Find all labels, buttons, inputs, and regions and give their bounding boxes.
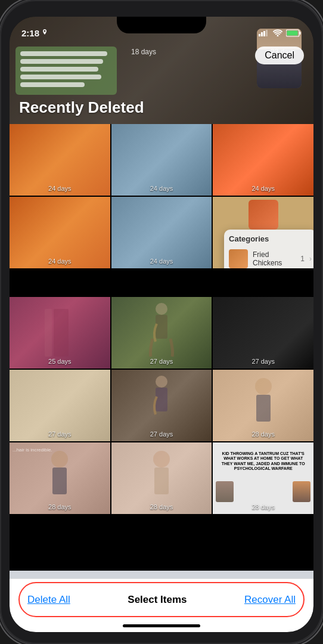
keyboard-bar: q w e r t y u i o p (10, 571, 313, 578)
screen-content: 2:18 (10, 17, 313, 632)
status-time: 2:18 (21, 28, 48, 38)
wifi-icon (273, 29, 282, 36)
phone-frame: 2:18 (0, 0, 323, 644)
category-thumbnail (229, 249, 248, 268)
header-text-bg (15, 47, 117, 95)
meme-person-portrait (293, 481, 310, 502)
svg-point-17 (153, 451, 170, 467)
svg-rect-3 (266, 30, 268, 36)
day-label: 27 days (111, 358, 212, 365)
chevron-right-icon: › (309, 255, 312, 263)
photo-grid[interactable]: 24 days 24 days 24 days 24 days 24 d (10, 124, 313, 578)
day-label: 25 days (10, 358, 110, 365)
svg-rect-1 (261, 32, 263, 36)
guitar2-person-silhouette (144, 376, 179, 435)
select-items-label: Select Items (128, 594, 187, 606)
day-label: 28 days (111, 503, 212, 510)
battery-icon (286, 29, 302, 37)
header-text-line-3 (20, 67, 98, 72)
grid-row: 24 days 24 days 24 days (10, 124, 313, 196)
photo-cell[interactable]: 25 days (10, 297, 110, 369)
svg-rect-7 (54, 309, 69, 357)
categories-popup: Categories Fried Chickens 1 › (224, 230, 313, 268)
guitar-person-silhouette (144, 303, 179, 363)
page-title: Recently Deleted (19, 98, 144, 117)
photo-cell[interactable]: 27 days (10, 370, 110, 441)
time-display: 2:18 (21, 28, 39, 38)
photo-cell[interactable]: 24 days (213, 124, 313, 196)
photo-cell[interactable]: 27 days (213, 297, 313, 369)
photo-cell[interactable]: 24 days (10, 124, 110, 196)
day-label: 28 days (213, 431, 313, 438)
header-text-line-2 (20, 59, 103, 64)
category-item[interactable]: Fried Chickens 1 › (229, 247, 312, 268)
grid-row: 27 days 27 days (10, 370, 313, 441)
day-label: 27 days (213, 358, 313, 365)
photo-cell[interactable]: 28 days (111, 442, 212, 514)
day-label: 24 days (213, 185, 313, 192)
photo-cell[interactable]: 24 days (111, 197, 212, 268)
svg-rect-14 (256, 395, 271, 422)
svg-rect-2 (263, 31, 265, 36)
svg-rect-6 (287, 30, 298, 35)
svg-rect-0 (259, 34, 260, 36)
day-label: 24 days (10, 185, 110, 192)
photo-cell[interactable]: 27 days (111, 370, 212, 441)
day-label: 27 days (111, 431, 212, 438)
grid-row: ...hair is incredible. 28 days 28 days K… (10, 442, 313, 514)
grid-row: 24 days 24 days 24 days Categories (10, 197, 313, 268)
photo-cell[interactable]: KID THROWING A TANTRUM CUZ THAT'S WHAT W… (213, 442, 313, 514)
notch (117, 17, 206, 33)
header-day-label-1: 18 days (131, 48, 156, 56)
meme-person-portrait-2 (216, 481, 234, 502)
svg-rect-10 (156, 315, 167, 339)
svg-point-11 (156, 376, 167, 388)
svg-rect-12 (156, 388, 167, 411)
recover-all-button[interactable]: Recover All (244, 594, 296, 606)
woman2-silhouette (42, 448, 77, 508)
day-label: 24 days (111, 185, 212, 192)
delete-all-button[interactable]: Delete All (27, 594, 70, 606)
woman-silhouette (246, 376, 281, 435)
home-indicator (123, 624, 200, 627)
photo-caption: ...hair is incredible. (13, 447, 107, 453)
photo-cell[interactable]: ...hair is incredible. 28 days (10, 442, 110, 514)
photo-cell[interactable]: 28 days (213, 370, 313, 441)
categories-title: Categories (229, 234, 312, 243)
door-silhouette (45, 309, 74, 357)
header-text-line-4 (20, 75, 101, 79)
signal-icon (259, 29, 269, 36)
svg-point-13 (255, 378, 272, 395)
category-label: Fried Chickens (253, 250, 296, 267)
photo-cell[interactable]: 24 days (10, 197, 110, 268)
header-text-line-1 (20, 51, 107, 56)
day-label: 24 days (10, 258, 110, 265)
status-icons (259, 29, 302, 37)
cancel-button[interactable]: Cancel (255, 47, 304, 64)
bottom-toolbar: Delete All Select Items Recover All (10, 578, 313, 632)
svg-point-9 (156, 303, 167, 315)
svg-rect-18 (154, 467, 169, 494)
photo-cell[interactable]: 24 days (111, 124, 212, 196)
svg-rect-8 (45, 309, 52, 357)
day-label: 28 days (213, 503, 313, 510)
day-label: 27 days (10, 431, 110, 438)
location-icon (42, 29, 48, 36)
meme-text: KID THROWING A TANTRUM CUZ THAT'S WHAT W… (216, 448, 310, 475)
header-text-line-5 (20, 82, 85, 87)
svg-rect-5 (300, 32, 301, 35)
photo-cell[interactable]: 27 days (111, 297, 212, 369)
phone-screen: 2:18 (10, 17, 313, 632)
photo-cell[interactable]: 24 days Categories Fried Chickens 1 › (213, 197, 313, 268)
category-count: 1 (300, 255, 305, 263)
day-label: 24 days (111, 258, 212, 265)
day-label: 28 days (10, 503, 110, 510)
woman3-silhouette (144, 448, 179, 508)
svg-rect-16 (52, 467, 67, 494)
grid-row: 25 days 27 days 27 days (10, 297, 313, 369)
